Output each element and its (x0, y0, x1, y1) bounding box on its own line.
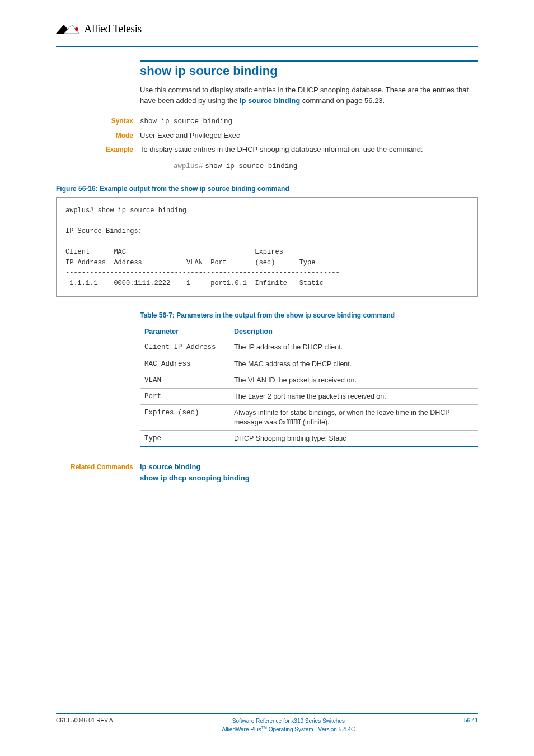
footer-center-line1: Software Reference for x310 Series Switc… (232, 718, 345, 724)
param-table: Parameter Description Client IP Address … (140, 324, 478, 447)
footer-center-line2-before: AlliedWare Plus (222, 726, 261, 732)
header-divider (56, 46, 478, 47)
prompt: awplus# (174, 162, 203, 170)
logo-icon (56, 24, 81, 35)
title-block: show ip source binding Use this command … (140, 60, 478, 106)
intro-text: Use this command to display static entri… (140, 85, 478, 106)
th-parameter: Parameter (140, 324, 229, 339)
table-row: VLAN The VLAN ID the packet is received … (140, 372, 478, 388)
table-row: Type DHCP Snooping binding type: Static (140, 430, 478, 446)
table-row: Expires (sec) Always infinite for static… (140, 405, 478, 431)
syntax-label: Syntax (111, 117, 133, 125)
footer-divider (56, 713, 478, 714)
example-label: Example (106, 146, 133, 153)
example-cmd: show ip source binding (205, 162, 297, 170)
param-desc: The VLAN ID the packet is received on. (229, 372, 478, 388)
table-row: Client IP Address The IP address of the … (140, 339, 478, 356)
table-row: Port The Layer 2 port name the packet is… (140, 389, 478, 405)
footer-right: 56.41 (464, 717, 478, 724)
logo-text: Allied Telesis (84, 22, 142, 35)
footer-center: Software Reference for x310 Series Switc… (222, 717, 355, 734)
related-link-ip-source-binding[interactable]: ip source binding (140, 463, 200, 471)
param-desc: The Layer 2 port name the packet is rece… (229, 389, 478, 405)
example-text: To display static entries in the DHCP sn… (140, 145, 423, 153)
mode-value: User Exec and Privileged Exec (140, 131, 240, 139)
param-desc: The IP address of the DHCP client. (229, 339, 478, 356)
related-links: ip source binding show ip dhcp snooping … (140, 461, 250, 483)
footer-center-line2-after: Operating System - Version 5.4.4C (267, 726, 355, 732)
figure-caption: Figure 56-16: Example output from the sh… (56, 185, 478, 193)
mode-label: Mode (116, 132, 133, 139)
param-desc: DHCP Snooping binding type: Static (229, 430, 478, 446)
param-name: Type (140, 430, 229, 446)
param-name: Port (140, 389, 229, 405)
table-block: Table 56-7: Parameters in the output fro… (140, 311, 478, 447)
syntax-value: show ip source binding (140, 118, 232, 125)
param-desc: The MAC address of the DHCP client. (229, 356, 478, 372)
mode-row: Mode User Exec and Privileged Exec (56, 131, 478, 139)
related-link-show-ip-dhcp-snooping-binding[interactable]: show ip dhcp snooping binding (140, 474, 250, 482)
ip-source-binding-link[interactable]: ip source binding (240, 96, 300, 105)
page-header: Allied Telesis (56, 22, 478, 35)
syntax-row: Syntax show ip source binding (56, 116, 478, 125)
table-caption: Table 56-7: Parameters in the output fro… (140, 311, 478, 319)
param-name: VLAN (140, 372, 229, 388)
table-row: MAC Address The MAC address of the DHCP … (140, 356, 478, 372)
related-label: Related Commands (71, 463, 133, 471)
param-name: MAC Address (140, 356, 229, 372)
footer-left: C613-50046-01 REV A (56, 717, 113, 724)
trademark: TM (261, 726, 267, 730)
param-name: Client IP Address (140, 339, 229, 356)
code-output-box: awplus# show ip source binding IP Source… (56, 197, 478, 297)
related-row: Related Commands ip source binding show … (56, 461, 478, 483)
page-footer: C613-50046-01 REV A Software Reference f… (56, 713, 478, 734)
svg-point-2 (75, 27, 78, 31)
th-description: Description (229, 324, 478, 339)
logo: Allied Telesis (56, 22, 142, 35)
example-command: awplus# show ip source binding (174, 161, 478, 170)
intro-after: command on page 56.23. (300, 96, 385, 105)
param-desc: Always infinite for static bindings, or … (229, 405, 478, 431)
example-row: Example To display static entries in the… (56, 145, 478, 153)
param-name: Expires (sec) (140, 405, 229, 431)
page-title: show ip source binding (140, 60, 478, 78)
